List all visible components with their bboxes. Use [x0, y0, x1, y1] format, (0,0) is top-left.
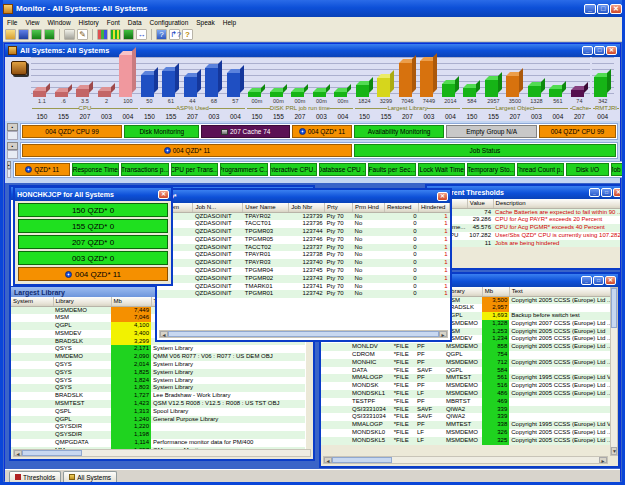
table-row[interactable]: BRADSLK1,727Lee Bradshaw - Work Library — [11, 392, 305, 400]
monitor-chip[interactable]: Job Status — [354, 144, 616, 157]
table-row[interactable]: QZDASOINITTMARK01123741Pty 70No01 — [157, 283, 450, 291]
ticker-mini-scrollbar[interactable] — [7, 131, 18, 140]
monitor-chip[interactable]: Thread Count p... — [517, 163, 564, 176]
scroll-left-icon[interactable]: ◄ — [14, 450, 22, 456]
maximize-button[interactable]: □ — [597, 4, 609, 14]
edit-pencil-icon[interactable]: ✎ — [77, 29, 88, 40]
ticker-row-control[interactable]: ▪ — [7, 142, 18, 159]
chart-bar[interactable] — [119, 55, 132, 97]
table-row[interactable]: MSMTEST1,423QSM V12.5 R008 : V12.5 : R00… — [11, 400, 305, 408]
thresholds-icon[interactable] — [110, 29, 121, 40]
honchk-title-bar[interactable]: HONCHKJCP for All Systems ✕ — [15, 188, 171, 201]
table-row[interactable]: QZDASOINITTPAYR03123740Pty 70No01 — [157, 259, 450, 267]
thresholds-grid[interactable]: ItemValueDescriptionCache74Cache Batteri… — [427, 199, 620, 247]
column-header-mb[interactable]: Mb — [111, 297, 151, 306]
column-header-value[interactable]: Value — [467, 199, 493, 208]
minimize-button[interactable]: _ — [584, 4, 596, 14]
chart-bar[interactable] — [141, 75, 154, 97]
monitor-chip[interactable]: Response Time — [72, 163, 119, 176]
monitor-chip[interactable]: Lock Wait Time — [418, 163, 465, 176]
table-row[interactable]: QSYSDIR1,220 — [11, 423, 305, 431]
monitor-chip[interactable]: 004 QZD* 11 — [22, 144, 352, 157]
inner-maximize-button[interactable]: □ — [594, 46, 605, 55]
monitor-chip[interactable]: Database CPU ... — [319, 163, 366, 176]
monitor-chip[interactable]: Job Queue Ma... — [611, 163, 625, 176]
qzd-close-icon[interactable]: ✕ — [437, 192, 448, 201]
ticker-mini-scrollbar[interactable] — [7, 169, 11, 178]
chart-bar[interactable] — [55, 92, 68, 97]
column-header-job-nbr[interactable]: Job Nbr — [289, 203, 325, 212]
chart-bar[interactable] — [377, 78, 390, 97]
tab-thresholds[interactable]: Thresholds — [9, 471, 61, 482]
table-row[interactable]: QSI3331034*FILESAVFQIWA2339 — [321, 406, 618, 414]
chart-bar[interactable] — [270, 92, 283, 97]
column-header-restored[interactable]: Restored — [385, 203, 419, 212]
table-row[interactable]: QZDASOINITTPGMR03123744Pty 70No01 — [157, 228, 450, 236]
ticker-row-control[interactable]: ▪ — [7, 123, 18, 140]
table-row[interactable]: QSYS1,824System Library — [11, 377, 305, 385]
menu-item-window[interactable]: Window — [43, 19, 74, 26]
system-status-button[interactable]: 003 QZD* 0 — [18, 251, 168, 265]
column-header-hindered[interactable]: Hindered — [418, 203, 449, 212]
scroll-down-icon[interactable]: ▼ — [611, 447, 617, 455]
chart-bar[interactable] — [313, 92, 326, 97]
chart-bar[interactable] — [33, 91, 46, 97]
chart-bar[interactable] — [334, 92, 347, 97]
chart-bar[interactable] — [528, 86, 541, 97]
menu-item-data[interactable]: Data — [124, 19, 146, 26]
chart-bar[interactable] — [571, 90, 584, 97]
monitor-chip[interactable]: Disk Monitoring — [124, 125, 199, 138]
column-header-library[interactable]: Library — [53, 297, 111, 306]
table-row[interactable]: QSYS1,825System Library — [11, 369, 305, 377]
system-status-button[interactable]: 155 QZD* 0 — [18, 219, 168, 233]
table-row[interactable]: Payroll29.286CPU for Acg PAYR* exceeds 2… — [427, 216, 620, 224]
help-icon[interactable]: ? — [156, 29, 167, 40]
table-row[interactable]: CDROM*FILEPFQGPL754 — [321, 351, 618, 359]
monitor-chip[interactable]: Transactions p... — [121, 163, 168, 176]
chart-bar[interactable] — [399, 63, 412, 97]
chart-bar[interactable] — [485, 80, 498, 97]
table-row[interactable]: QMPGDATA1,114Performance monitor data fo… — [11, 439, 305, 447]
table-row[interactable]: MONHIC*FILEPFMSMDEMO712Copyright 2005 CC… — [321, 359, 618, 367]
scroll-thumb[interactable] — [332, 457, 392, 463]
monitor-chip[interactable]: Temporary Sto... — [467, 163, 514, 176]
table-row[interactable]: MONDSK*FILEPFMSMDEMO516Copyright 2005 CC… — [321, 382, 618, 390]
scroll-right-icon[interactable]: ► — [599, 457, 607, 463]
tab-all-systems[interactable]: All Systems — [63, 471, 117, 482]
thr-maximize-icon[interactable]: □ — [601, 188, 612, 197]
connect-icon[interactable]: ↔ — [136, 29, 147, 40]
obj-close-icon[interactable]: ✕ — [605, 276, 616, 285]
close-button[interactable]: ✕ — [610, 4, 622, 14]
chart-bar[interactable] — [594, 77, 607, 97]
table-row[interactable]: QZDASOINITTACCT02123737Pty 70No01 — [157, 244, 450, 252]
monitor-chip[interactable]: Programmers C... — [220, 163, 267, 176]
qzd-jobs-grid[interactable]: SystemJob N...User NameJob NbrPrtyPrm Hn… — [157, 203, 450, 298]
table-row[interactable]: MONDSKL1*FILELFMSMDEMO486Copyright 2005 … — [321, 390, 618, 398]
table-row[interactable]: QSYSDIR1,198 — [11, 431, 305, 439]
table-row[interactable]: QZD* CPU107.282User/Sbs QZD* CPU is curr… — [427, 232, 620, 240]
table-row[interactable]: MONDSKL5*FILELFMSMDEMO325Copyright 2005 … — [321, 437, 618, 445]
monitor-icon[interactable] — [123, 29, 134, 40]
thr-close-icon[interactable]: ✕ — [613, 188, 620, 197]
monitor-chip[interactable]: Interactive CPU... — [270, 163, 317, 176]
table-row[interactable]: QGPL1,240General Purpose Library — [11, 416, 305, 424]
column-header-job-n-[interactable]: Job N... — [193, 203, 243, 212]
qzd-title-bar[interactable]: QZD* ✕ — [157, 190, 450, 203]
print-icon[interactable] — [64, 29, 75, 40]
chart-bar[interactable] — [442, 84, 455, 97]
menu-item-file[interactable]: File — [3, 19, 21, 26]
table-row[interactable]: QZDASOINITTPAYR01123738Pty 70No01 — [157, 251, 450, 259]
inner-close-button[interactable]: ✕ — [606, 46, 617, 55]
save-display-icon[interactable] — [31, 29, 42, 40]
column-header-user-name[interactable]: User Name — [243, 203, 289, 212]
scroll-left-icon[interactable]: ◄ — [160, 331, 168, 337]
chart-bar[interactable] — [205, 68, 218, 97]
table-row[interactable]: QSYS1,803System Library — [11, 384, 305, 392]
column-header-prty[interactable]: Prty — [325, 203, 353, 212]
table-row[interactable]: Programme...45.576CPU for Acg PGMR* exce… — [427, 224, 620, 232]
table-row[interactable]: QSYS2,014System Library — [11, 361, 305, 369]
monitor-chip[interactable]: 207 Cache 74 — [201, 125, 290, 138]
monitor-chip[interactable]: Faults per Sec... — [368, 163, 415, 176]
menu-item-font[interactable]: Font — [103, 19, 124, 26]
thresholds-title-bar[interactable]: Current Thresholds _ □ ✕ — [427, 186, 620, 199]
